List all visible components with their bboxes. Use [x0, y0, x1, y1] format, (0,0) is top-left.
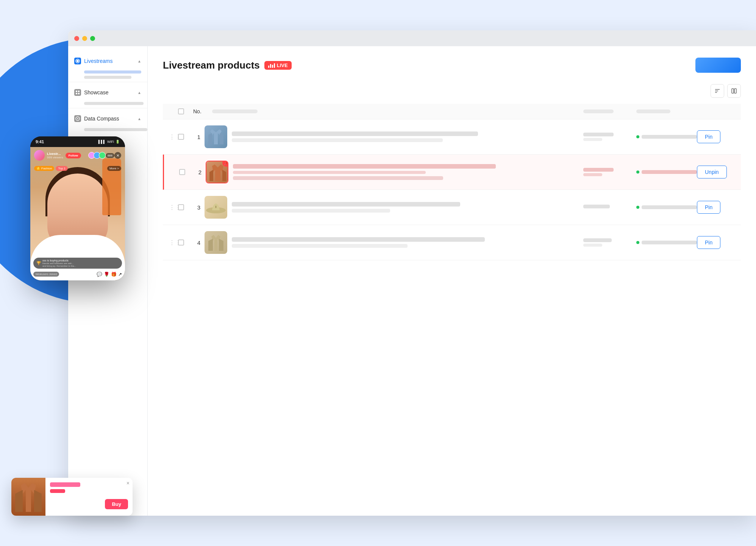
- row1-sku-placeholder: [232, 138, 443, 142]
- row2-price-sub-placeholder: [583, 173, 602, 176]
- row3-sku-placeholder: [232, 209, 390, 213]
- notice-text-block: xxx is buying products friends and follo…: [42, 259, 76, 267]
- emoji-comment-icon[interactable]: 💬: [97, 272, 102, 277]
- row4-price-sub-placeholder: [583, 244, 602, 247]
- drag-handle-4[interactable]: ⋮⋮: [169, 239, 177, 246]
- row2-action: Unpin: [697, 166, 735, 178]
- drag-handle-3[interactable]: ⋮⋮: [169, 204, 177, 211]
- sidebar-divider-2: [68, 108, 147, 108]
- row3-number: 3: [193, 204, 205, 211]
- row2-product-info: [233, 164, 583, 180]
- popup-price-bar: [50, 482, 80, 487]
- header-stock-placeholder: [636, 110, 670, 113]
- row3-price: [583, 205, 636, 210]
- row1-pin-button[interactable]: Pin: [697, 130, 720, 143]
- star-icon: ⭐: [36, 167, 40, 170]
- row1-product: [205, 125, 583, 148]
- toolbar-sort-button[interactable]: [711, 84, 724, 98]
- emoji-flower-icon[interactable]: 🌹: [104, 272, 109, 277]
- header-product: [212, 110, 583, 113]
- popup-subprice-bar: [50, 489, 65, 493]
- row4-sku-placeholder: [232, 244, 408, 248]
- livestreams-chevron: ▲: [137, 59, 141, 63]
- row4-product: [205, 231, 583, 254]
- popup-content: Buy: [45, 478, 133, 516]
- row2-stock-dot: [636, 171, 639, 174]
- sidebar-data-compass-label: Data Compass: [84, 116, 119, 122]
- table-header: No.: [163, 104, 741, 119]
- row2-checkbox[interactable]: [179, 169, 185, 175]
- beige-coat-img: [205, 231, 227, 254]
- row4-checkbox[interactable]: [178, 239, 184, 246]
- row1-name-placeholder: [232, 131, 478, 136]
- blue-jacket-img: [205, 125, 227, 148]
- toolbar-columns-button[interactable]: [727, 84, 741, 98]
- row3-pin-button[interactable]: Pin: [697, 201, 720, 214]
- row4-product-image: [205, 231, 227, 254]
- row2-name-placeholder: [233, 164, 496, 169]
- row1-price: [583, 133, 636, 141]
- browser-body: Livestreams ▲: [68, 46, 756, 516]
- sidebar-item-showcase[interactable]: Showcase ▲: [68, 85, 147, 100]
- row1-stock: [636, 135, 697, 139]
- popup-buy-button[interactable]: Buy: [105, 499, 128, 509]
- page-header: Livestream products LIVE: [163, 58, 741, 73]
- emoji-gift-icon[interactable]: 🎁: [111, 272, 117, 277]
- sidebar-item-data-compass[interactable]: Data Compass ▲: [68, 111, 147, 126]
- sidebar-sub-showcase-1: [84, 102, 144, 105]
- table-row-2: 2 📌: [164, 155, 741, 189]
- svg-rect-22: [734, 89, 736, 93]
- emoji-share-icon[interactable]: ↗: [118, 272, 122, 277]
- row2-product-image: 📌: [206, 161, 228, 183]
- popup-close-button[interactable]: ×: [127, 480, 130, 486]
- buying-notice: 🏆 xxx is buying products friends and fol…: [33, 258, 122, 269]
- follow-button[interactable]: Follow: [66, 153, 81, 158]
- phone-time: 9:41: [36, 139, 44, 144]
- phone-notch: 9:41 ▌▌▌ WiFi 🔋: [30, 136, 125, 147]
- showcase-chevron: ▲: [137, 91, 141, 95]
- sidebar-sub-datacompass-1: [84, 128, 147, 131]
- row4-stock: [636, 241, 697, 244]
- row1-action: Pin: [697, 130, 735, 143]
- table-row-3-wrap: ⋮⋮ 3: [163, 190, 741, 225]
- row4-stock-dot: [636, 241, 639, 244]
- header-action-button[interactable]: [695, 58, 741, 73]
- sidebar-divider-1: [68, 82, 147, 82]
- row4-number: 4: [193, 239, 205, 246]
- browser-window: Livestreams ▲: [68, 30, 756, 516]
- svg-rect-15: [78, 93, 80, 94]
- browser-dot-yellow[interactable]: [82, 36, 87, 41]
- row1-stock-placeholder: [642, 135, 697, 139]
- phone-status-icons: ▌▌▌ WiFi 🔋: [98, 140, 120, 144]
- top-tag: Top 1: [56, 166, 68, 171]
- sidebar-sub-livestreams-1: [84, 70, 141, 74]
- stream-user-info: Livestr... 999 viewers Follow: [34, 150, 81, 161]
- row3-checkbox[interactable]: [178, 204, 184, 210]
- browser-dot-red[interactable]: [74, 36, 79, 41]
- sidebar-sub-livestreams-2: [84, 76, 131, 79]
- stream-avatar: [34, 150, 45, 161]
- row3-action: Pin: [697, 201, 735, 214]
- row1-checkbox[interactable]: [178, 134, 184, 140]
- stream-close-button[interactable]: ✕: [114, 152, 121, 159]
- sidebar-item-livestreams[interactable]: Livestreams ▲: [68, 54, 147, 68]
- header-checkbox[interactable]: [178, 108, 184, 114]
- row2-price-placeholder: [583, 168, 614, 172]
- page-title-row: Livestream products LIVE: [163, 59, 292, 71]
- row1-product-info: [232, 131, 583, 142]
- row2-unpin-button[interactable]: Unpin: [697, 166, 727, 178]
- browser-dot-green[interactable]: [90, 36, 95, 41]
- live-bar-1: [268, 66, 269, 68]
- row1-price-sub-placeholder: [583, 138, 602, 141]
- row1-product-image: [205, 125, 227, 148]
- row3-name-placeholder: [232, 202, 460, 207]
- popup-coat-visual: [11, 478, 45, 516]
- row4-action: Pin: [697, 236, 735, 249]
- row4-pin-button[interactable]: Pin: [697, 236, 720, 249]
- row3-stock-placeholder: [642, 205, 697, 209]
- viewer-count: 888: [106, 153, 114, 158]
- more-button[interactable]: More >: [107, 166, 121, 171]
- drag-handle-1[interactable]: ⋮⋮: [169, 133, 177, 141]
- row4-price: [583, 238, 636, 247]
- comment-input[interactable]: Add comment...: [62, 271, 94, 277]
